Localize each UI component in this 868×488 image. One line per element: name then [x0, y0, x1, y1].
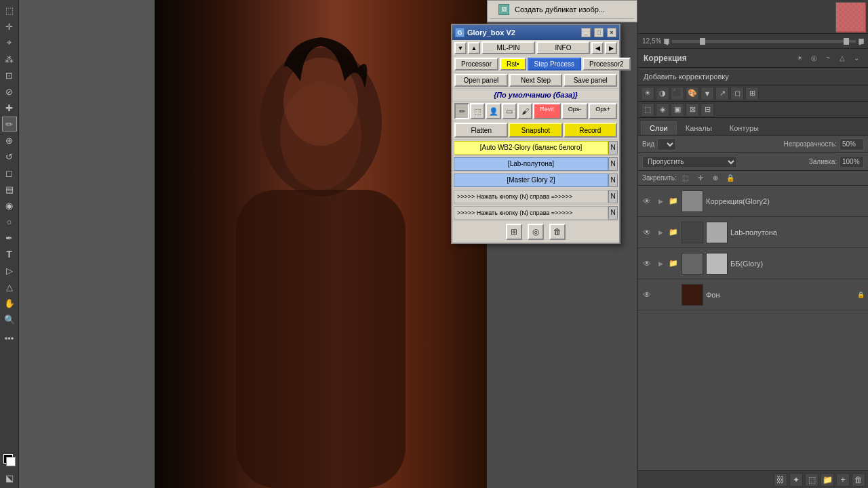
rst-tab[interactable]: Rst•	[500, 58, 526, 70]
filter-icon[interactable]: ▼	[701, 87, 714, 100]
tool-marquee[interactable]: ⬚	[2, 3, 17, 18]
tool-person-btn[interactable]: 👤	[486, 103, 500, 119]
layer-visibility-4[interactable]: 👁	[641, 289, 653, 301]
layer-effect-icon[interactable]: ✦	[789, 473, 803, 487]
skip-select[interactable]: Пропустить	[642, 156, 737, 168]
mlpin-tab[interactable]: ML-PIN	[481, 41, 535, 54]
opacity-input[interactable]	[840, 138, 864, 150]
nav-prev-btn[interactable]: ◀	[591, 42, 604, 54]
nav-up-btn[interactable]: ▲	[468, 42, 480, 54]
layer-row[interactable]: 👁 ▶ 📁 Lab-полутона	[638, 217, 868, 248]
ops-plus-btn[interactable]: Ops+	[589, 103, 617, 119]
list-item-n-2[interactable]: N	[608, 174, 618, 187]
tool-magic-wand[interactable]: ⁂	[2, 52, 17, 66]
tool-brush[interactable]: ✏	[2, 117, 17, 131]
curve-icon2[interactable]: ↗	[715, 87, 729, 100]
list-item-2[interactable]: [Master Glory 2]	[454, 174, 608, 187]
contrast-icon[interactable]: ◑	[656, 87, 669, 100]
list-item-0[interactable]: [Auto WB2·Glory (баланс белого]	[454, 141, 608, 155]
tool-select-btn[interactable]: ⬚	[470, 103, 485, 119]
tool-clone[interactable]: ⊕	[2, 133, 17, 148]
tool-history-brush[interactable]: ↺	[2, 149, 17, 164]
bright-icon[interactable]: ☀	[641, 87, 654, 100]
icon-r2-1[interactable]: ⬚	[641, 103, 654, 117]
tool-blur[interactable]: ◉	[2, 198, 17, 213]
layer-row[interactable]: 👁 ▶ 📁 Коррекция(Glory2)	[638, 186, 868, 217]
zoom-left-arrow[interactable]: ◂	[664, 39, 669, 44]
tool-brush-btn[interactable]: ✏	[454, 103, 469, 119]
tab-paths[interactable]: Контуры	[721, 121, 768, 135]
layer-visibility-3[interactable]: 👁	[641, 258, 653, 270]
step-process-tab[interactable]: Step Process	[528, 58, 581, 70]
layer-expand-1[interactable]: ▶	[656, 197, 665, 206]
quick-mask[interactable]: ⬕	[2, 470, 17, 485]
close-button[interactable]: ×	[607, 28, 616, 37]
list-item-n-3[interactable]: N	[608, 190, 618, 203]
bottom-add-btn[interactable]: ⊞	[506, 224, 522, 240]
list-item-n-1[interactable]: N	[608, 157, 618, 171]
tool-eraser[interactable]: ◻	[2, 165, 17, 180]
layer-visibility-1[interactable]: 👁	[641, 195, 653, 207]
layer-delete-icon[interactable]: 🗑	[852, 473, 865, 487]
tool-zoom[interactable]: 🔍	[2, 312, 17, 327]
tool-rect-btn[interactable]: ▭	[502, 103, 517, 119]
record-btn[interactable]: Record	[564, 123, 617, 138]
layer-add-icon[interactable]: +	[836, 473, 850, 487]
ops-minus-btn[interactable]: Ops-	[561, 103, 589, 119]
view-select[interactable]	[657, 138, 676, 150]
tool-lasso[interactable]: ⌖	[2, 35, 17, 50]
color-icon[interactable]: ⬛	[671, 87, 684, 100]
icon-r2-4[interactable]: ⊠	[686, 103, 699, 117]
processor-tab[interactable]: Processor	[454, 58, 498, 70]
minimize-button[interactable]: _	[581, 28, 591, 37]
layer-row[interactable]: 👁 Фон 🔒	[638, 279, 868, 310]
bottom-camera-btn[interactable]: ◎	[528, 224, 544, 240]
tool-hand[interactable]: ✋	[2, 296, 17, 310]
lock-art-icon[interactable]: ⊕	[709, 173, 722, 184]
glory-titlebar[interactable]: G Glory_box V2 _ □ ×	[452, 25, 619, 40]
layer-link-icon[interactable]: ⛓	[774, 473, 787, 487]
corr-sun-icon[interactable]: ☀	[793, 53, 806, 64]
context-item-duplicate[interactable]: 🖼 Создать дубликат изобр...	[488, 2, 637, 17]
tool-dodge[interactable]: ○	[2, 214, 17, 229]
tool-heal[interactable]: ✚	[2, 100, 17, 115]
layer-mask-icon[interactable]: ⬚	[805, 473, 818, 487]
bottom-trash-btn[interactable]: 🗑	[549, 224, 566, 240]
layer-row[interactable]: 👁 ▶ 📁 ББ(Glory)	[638, 248, 868, 279]
processor2-tab[interactable]: Processor2	[583, 58, 631, 70]
tool-move[interactable]: ✛	[2, 19, 17, 34]
tool-path-select[interactable]: ▷	[2, 263, 17, 278]
save-panel-btn[interactable]: Save panel	[564, 74, 617, 87]
lock-all-icon[interactable]: 🔒	[724, 173, 736, 184]
table-icon[interactable]: ⊞	[745, 87, 759, 100]
tool-eyedropper[interactable]: ⊘	[2, 84, 17, 99]
tool-crop[interactable]: ⊡	[2, 68, 17, 83]
icon-r2-2[interactable]: ◈	[656, 103, 669, 117]
layer-visibility-2[interactable]: 👁	[641, 226, 653, 239]
tool-shape[interactable]: △	[2, 279, 17, 294]
fill-input[interactable]	[840, 156, 864, 168]
lock-move-icon[interactable]: ✛	[694, 173, 707, 184]
snapshot-btn[interactable]: Snapshot	[509, 123, 562, 138]
next-step-btn[interactable]: Next Step	[509, 74, 563, 87]
info-tab[interactable]: INFO	[536, 41, 590, 54]
layer-expand-2[interactable]: ▶	[656, 228, 665, 237]
zoom-right-arrow[interactable]: ▸	[859, 39, 864, 44]
icon-r2-5[interactable]: ⊟	[701, 103, 714, 117]
zoom-slider[interactable]	[672, 40, 856, 43]
corr-chevron-icon[interactable]: ⌄	[850, 53, 863, 64]
tool-pen[interactable]: ✒	[2, 230, 17, 245]
lock-pixels-icon[interactable]: ⬚	[679, 173, 692, 184]
maximize-button[interactable]: □	[594, 28, 604, 37]
tool-gradient[interactable]: ▤	[2, 182, 17, 197]
flatten-btn[interactable]: Flatten	[454, 123, 508, 138]
icon-r2-3[interactable]: ▣	[671, 103, 684, 117]
nav-next-btn[interactable]: ▶	[605, 42, 617, 54]
open-panel-btn[interactable]: Open panel	[454, 74, 508, 87]
corr-camera-icon[interactable]: ◎	[808, 53, 820, 64]
revit-btn[interactable]: Revit	[533, 103, 561, 119]
foreground-color[interactable]	[2, 453, 17, 468]
list-item-n-0[interactable]: N	[608, 141, 618, 155]
tool-type[interactable]: T	[2, 247, 17, 262]
nav-down-btn[interactable]: ▼	[454, 42, 467, 54]
